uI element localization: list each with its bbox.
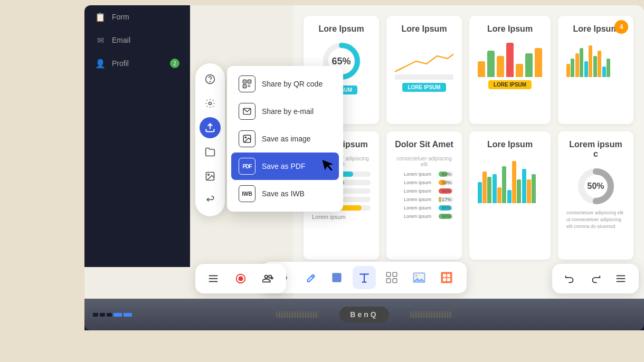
multibar-chart [566,40,625,77]
hbar2-track-3: 90% [439,188,453,194]
hbar2-row-4: Lorem ipsum 17% [395,197,453,202]
vbar2-4b [527,179,531,203]
port-3 [107,313,112,317]
svg-rect-14 [244,81,245,82]
bar-chart [478,40,542,77]
menu-item-save-iwb[interactable]: IWB Save as IWB [231,180,339,207]
donut-label: 65% [332,56,351,67]
undo-button[interactable] [560,268,581,289]
context-menu: Share by QR code Share by e-mail [227,66,343,212]
menu-button[interactable] [203,268,224,289]
hbar2-row-3: Lorem ipsum 90% [395,188,453,194]
card-vbars2: Lore Ipsum [469,131,551,259]
hbar2-row-2: Lorem ipsum 50% [395,180,453,185]
bar-4 [506,43,514,77]
svg-rect-32 [386,279,391,283]
svg-rect-18 [244,86,245,87]
dashboard: Lore Ipsum 65% E IPSUM Lore Ipsum [293,5,644,299]
settings-button[interactable] [200,93,221,114]
iwb-menu-icon: IWB [239,185,255,202]
vbar2-3c [517,179,521,203]
menu-item-save-image[interactable]: Save as image [231,125,339,153]
card2-title: Lore Ipsum [395,24,453,34]
port-2 [100,313,105,317]
tool-image[interactable] [408,266,431,289]
vbar2-2b [497,187,501,203]
svg-rect-22 [250,87,251,88]
port-1 [93,313,98,317]
tool-text[interactable] [353,266,376,289]
hbar2-row-1: Lorem ipsum 60% [395,172,453,177]
redo-button[interactable] [585,268,606,289]
card3-badge: LORE IPSUM [488,80,532,89]
sidebar: 📋 Form ✉ Email 👤 Profil 2 [84,5,190,267]
hbar2-label-4: Lorem ipsum [395,197,434,202]
upload-button[interactable] [200,117,221,138]
profile-badge: 2 [170,59,179,68]
svg-rect-16 [249,81,250,82]
exit-button[interactable] [200,190,221,211]
gallery-button[interactable] [200,166,221,187]
bar-7 [535,48,542,77]
svg-rect-39 [443,278,446,281]
card7-title: Lore Ipsum [478,140,542,149]
bar-5 [516,64,523,77]
benq-logo-text: BenQ [350,310,378,319]
svg-rect-36 [441,272,452,283]
vbar2-1c [487,177,491,203]
bar-1 [478,61,485,77]
folder-button[interactable] [200,141,221,163]
sidebar-item-profile-label: Profil [112,59,129,68]
hbar2-pct-2: 50% [442,180,451,185]
mbar-2b [580,48,583,77]
svg-rect-19 [248,85,249,86]
help-button[interactable] [200,69,221,90]
card1-title: Lore Ipsum [312,24,371,34]
hbar2-label-3: Lorem ipsum [395,188,434,194]
svg-rect-23 [249,85,250,87]
sidebar-item-email[interactable]: ✉ Email [84,28,190,52]
tool-widget[interactable] [435,266,458,289]
vbar2-chart [478,156,542,203]
donut2-chart: 50% [566,165,625,207]
tool-select[interactable] [380,266,403,289]
svg-rect-38 [447,274,450,277]
mbar-1b [571,59,574,77]
card5-footer-label: Lorem ipsum [312,214,371,220]
hbar2-track-6: 90% [439,214,453,219]
menu-item-share-qr[interactable]: Share by QR code [231,70,339,98]
vbar2-group-2 [493,166,506,203]
hbar2-track-1: 60% [439,172,453,177]
card-bar: Lore Ipsum LORE IPSUM [469,16,551,124]
add-user-button[interactable] [258,268,279,289]
svg-point-8 [210,81,211,82]
card8-desc: consectetuer adipiscing elit ut consecte… [566,209,625,230]
card8-title: Lorem ipsum c [566,140,625,159]
sidebar-item-profile[interactable]: 👤 Profil 2 [84,52,190,75]
vbar2-4c [532,174,536,203]
vbar2-group-1 [478,172,491,203]
email-icon: ✉ [95,35,106,45]
menu-item-share-email[interactable]: Share by e-mail [231,98,339,125]
sidebar-item-email-label: Email [112,36,130,44]
sidebar-item-form[interactable]: 📋 Form [84,5,190,28]
vbar2-3a [507,190,512,203]
hbar2-track-2: 50% [439,180,453,185]
tool-shape[interactable] [325,266,348,289]
tool-pen[interactable] [298,266,321,289]
vbar2-group-4 [522,169,536,203]
hbar2-pct-3: 90% [442,188,451,194]
vbar2-1a [478,182,482,203]
hbar2-fill-4 [439,197,441,202]
donut2-label: 50% [587,182,604,191]
vbar2-2a [493,174,497,203]
mbar-2a [575,53,579,77]
record-button[interactable] [230,268,251,289]
orange-badge: 4 [614,20,628,34]
email-menu-icon [239,103,255,120]
multibar-group-4 [593,51,601,77]
more-button[interactable] [610,268,631,289]
svg-rect-20 [250,85,251,86]
menu-item-share-email-label: Share by e-mail [262,107,314,116]
sidebar-item-form-label: Form [112,13,129,21]
